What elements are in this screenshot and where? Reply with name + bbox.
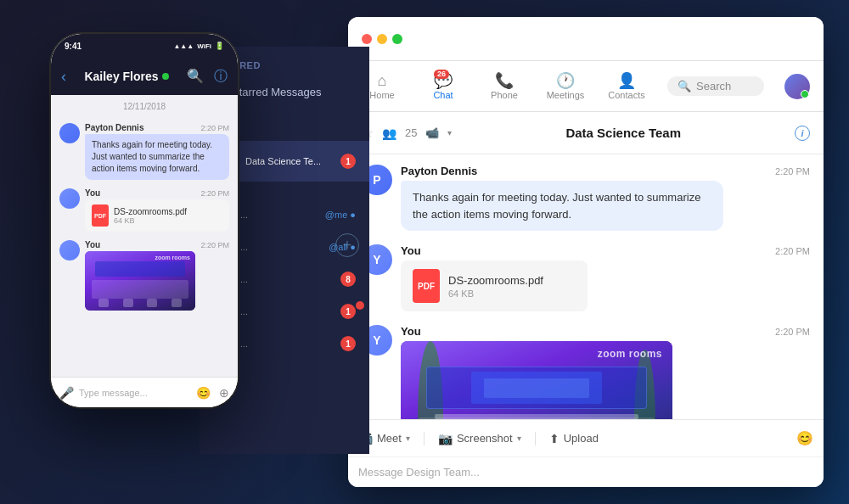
phone-avatar-you-3 <box>59 240 80 260</box>
nav-search[interactable]: 🔍 Search <box>667 76 764 96</box>
phone-zoom-logo: zoom rooms <box>155 255 190 260</box>
phone-image-message: zoom rooms <box>85 251 195 311</box>
search-placeholder: Search <box>696 80 731 92</box>
info-icon[interactable]: i <box>795 126 810 141</box>
nav-phone[interactable]: 📞 Phone <box>484 73 525 100</box>
sidebar-badge-1: 1 <box>340 154 356 169</box>
upload-button[interactable]: ⬆ Upload <box>549 432 599 445</box>
phone-time-3: 2:20 PM <box>200 241 229 249</box>
nav-contacts[interactable]: 👤 Contacts <box>606 73 647 100</box>
phone-back-button[interactable]: ‹ <box>61 68 66 86</box>
zoom-room-bg: zoom rooms <box>401 341 672 419</box>
phone-sender-3: You <box>85 240 100 249</box>
msg-meta-3: You 2:20 PM <box>401 325 810 338</box>
phone-emoji-icon[interactable]: 😊 <box>196 386 211 400</box>
msg-content-1: Payton Dennis 2:20 PM Thanks again for m… <box>401 165 810 231</box>
screenshot-chevron-icon: ▾ <box>517 434 521 443</box>
msg-meta-1: Payton Dennis 2:20 PM <box>401 165 810 177</box>
user-avatar[interactable] <box>784 74 810 99</box>
chat-messages: P Payton Dennis 2:20 PM Thanks again for… <box>348 154 824 419</box>
chat-input-area: Message Design Team... <box>348 456 824 487</box>
zoom-room-image: zoom rooms <box>401 341 672 419</box>
phone-file-name: DS-zoomrooms.pdf <box>114 207 187 216</box>
chat-layout: ☆ 👥 25 📹 ▾ Data Science Team i P <box>348 112 824 487</box>
meet-label: Meet <box>377 432 402 445</box>
msg-time-2: 2:20 PM <box>775 246 810 256</box>
file-info: DS-zoomrooms.pdf 64 KB <box>448 274 543 299</box>
phone-message-row-2: You 2:20 PM PDF DS-zoomrooms.pdf 64 KB <box>59 188 229 232</box>
phone-battery-icon: 🔋 <box>215 42 224 50</box>
home-icon: ⌂ <box>378 73 387 88</box>
title-bar <box>348 17 824 61</box>
phone-input-area: 🎤 Type message... 😊 ⊕ <box>51 377 238 407</box>
team-label-3: ... <box>240 274 248 284</box>
msg-image: zoom rooms <box>401 341 672 419</box>
sender-name-2: You <box>401 244 421 257</box>
phone-msg-meta-1: Payton Dennis 2:20 PM <box>85 123 229 132</box>
desktop-window: ⌂ Home 💬 26 Chat 📞 Phone 🕐 Meetings 👤 <box>348 17 824 487</box>
phone-zoom-room-desk <box>92 280 188 299</box>
file-size: 64 KB <box>448 288 543 299</box>
close-button[interactable] <box>362 34 372 44</box>
phone-msg-meta-2: You 2:20 PM <box>85 188 229 198</box>
message-row-1: P Payton Dennis 2:20 PM Thanks again for… <box>362 165 810 231</box>
chat-icon: 💬 26 <box>434 73 453 88</box>
mention-me-badge: @me ● <box>325 210 356 220</box>
screen-inner <box>484 378 589 398</box>
phone-online-dot <box>162 73 169 80</box>
search-icon: 🔍 <box>678 80 691 92</box>
room-display-screen <box>426 367 647 409</box>
msg-content-3: You 2:20 PM <box>401 325 810 419</box>
chat-header: ☆ 👥 25 📹 ▾ Data Science Team i <box>348 112 824 154</box>
nav-contacts-label: Contacts <box>608 90 644 100</box>
chevron-down-icon[interactable]: ▾ <box>447 128 452 137</box>
toolbar-sep-2 <box>535 432 536 445</box>
mobile-phone: 9:41 ▲▲▲ WiFi 🔋 ‹ Kailey Flores 🔍 ⓘ <box>51 34 238 407</box>
members-icon: 👥 <box>382 126 396 140</box>
phone-add-icon[interactable]: ⊕ <box>219 386 229 400</box>
chat-header-left: ☆ 👥 25 📹 ▾ <box>362 125 452 141</box>
nav-bar: ⌂ Home 💬 26 Chat 📞 Phone 🕐 Meetings 👤 <box>348 61 824 112</box>
phone-sender-2: You <box>85 188 100 198</box>
phone-avatar-you-2 <box>59 188 80 209</box>
msg-bubble-1: Thanks again for meeting today. Just wan… <box>401 181 723 231</box>
phone-msg-content-2: You 2:20 PM PDF DS-zoomrooms.pdf 64 KB <box>85 188 229 232</box>
mention-all-badge: @all ● <box>329 242 356 252</box>
phone-input-field[interactable]: Type message... <box>79 388 191 398</box>
sidebar-badge-8: 8 <box>340 272 356 287</box>
phone-status-icons: ▲▲▲ WiFi 🔋 <box>173 42 224 50</box>
notification-dot <box>356 301 364 310</box>
table-top <box>435 414 638 419</box>
phone-msg-meta-3: You 2:20 PM <box>85 240 229 249</box>
maximize-button[interactable] <box>392 34 402 44</box>
phone-sender-1: Payton Dennis <box>85 123 143 132</box>
phone-search-icon[interactable]: 🔍 <box>187 68 204 86</box>
nav-chat[interactable]: 💬 26 Chat <box>423 73 464 100</box>
chat-badge: 26 <box>434 70 449 79</box>
sender-name-1: Payton Dennis <box>401 165 477 177</box>
msg-meta-2: You 2:20 PM <box>401 244 810 257</box>
emoji-button[interactable]: 😊 <box>796 430 813 446</box>
phone-signal-icon: ▲▲▲ <box>173 42 194 50</box>
chat-input-field[interactable]: Message Design Team... <box>358 466 813 479</box>
file-name: DS-zoomrooms.pdf <box>448 274 543 287</box>
nav-meetings[interactable]: 🕐 Meetings <box>545 73 586 100</box>
video-icon: 📹 <box>425 126 439 139</box>
room-table <box>418 417 655 419</box>
sidebar-badge-5-1: 1 <box>340 336 356 351</box>
screen-content <box>471 372 603 404</box>
phone-time-2: 2:20 PM <box>200 189 229 198</box>
upload-icon: ⬆ <box>549 432 559 445</box>
phone-room-chairs <box>92 299 188 307</box>
minimize-button[interactable] <box>377 34 387 44</box>
screenshot-icon: 📷 <box>438 432 453 445</box>
phone-contact-name: Kailey Flores <box>84 70 168 83</box>
phone-mic-icon[interactable]: 🎤 <box>59 386 74 400</box>
phone-messages: 12/11/2018 Payton Dennis 2:20 PM Thanks … <box>51 95 238 377</box>
upload-label: Upload <box>564 432 599 445</box>
screenshot-button[interactable]: 📷 Screenshot ▾ <box>438 432 521 445</box>
message-row-2: Y You 2:20 PM PDF DS-zoomrooms.pdf 64 KB <box>362 244 810 311</box>
phone-info-icon[interactable]: ⓘ <box>214 68 228 86</box>
nav-home-label: Home <box>369 90 394 100</box>
chat-toolbar: 📹 Meet ▾ 📷 Screenshot ▾ ⬆ Upload <box>348 419 824 456</box>
